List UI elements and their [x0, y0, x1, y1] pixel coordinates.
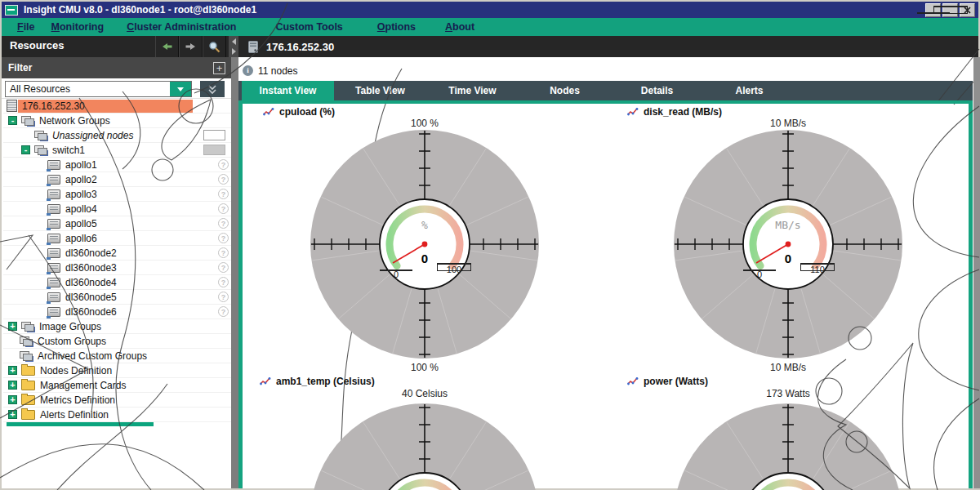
- expand-toggle[interactable]: +: [8, 410, 17, 419]
- tree-item-dl360node3[interactable]: dl360node3 ?: [3, 261, 233, 275]
- tree-item-label: Custom Groups: [38, 336, 106, 347]
- tree-item-image-groups[interactable]: + Image Groups: [3, 319, 233, 334]
- metric-chart-icon: [263, 107, 274, 117]
- metric-chart-icon: [260, 376, 271, 386]
- tree-item-label: dl360node3: [65, 262, 117, 274]
- content-frame-top: [238, 100, 973, 104]
- menu-about[interactable]: About: [438, 20, 482, 34]
- tree-item-label: dl360node5: [65, 292, 117, 303]
- collapse-left-icon: [232, 38, 236, 45]
- tree-item-label: Metrics Definition: [40, 394, 115, 406]
- gauge-dial: [309, 128, 541, 360]
- group-icon: [21, 322, 34, 332]
- tree-scrollbar-thumb[interactable]: [7, 422, 154, 426]
- tree-item-label: Management Cards: [40, 380, 126, 391]
- back-arrow-icon: [161, 41, 173, 52]
- tab-details[interactable]: Details: [611, 81, 703, 100]
- tree-item-label: dl360node2: [65, 247, 117, 259]
- expand-toggle[interactable]: +: [8, 395, 17, 404]
- node-icon: [47, 278, 60, 287]
- menu-cluster-administration[interactable]: Cluster Administration: [119, 20, 243, 34]
- nav-toolbar: [155, 36, 226, 57]
- node-icon: [47, 263, 60, 273]
- sidebar-scrollbar[interactable]: [231, 57, 238, 488]
- tree-item-dl360node4[interactable]: dl360node4 ?: [3, 275, 233, 290]
- tree-item-apollo4[interactable]: apollo4 ?: [3, 202, 233, 216]
- gauge-axis-max-top: 173 Watts: [731, 388, 845, 399]
- filter-selected-value: All Resources: [10, 83, 170, 95]
- tab-table-view[interactable]: Table View: [334, 81, 426, 100]
- tree-item-label: apollo3: [65, 189, 97, 200]
- expand-toggle[interactable]: +: [8, 322, 17, 331]
- menu-custom-tools[interactable]: Custom Tools: [268, 20, 350, 34]
- tree-item-label: switch1: [52, 145, 85, 156]
- forward-arrow-icon: [185, 41, 197, 52]
- tree-item-apollo5[interactable]: apollo5 ?: [3, 216, 233, 231]
- tree-item-archived-custom-groups[interactable]: Archived Custom Groups: [3, 349, 233, 363]
- tree-item-custom-groups[interactable]: Custom Groups: [3, 334, 233, 349]
- expand-toggle[interactable]: +: [8, 381, 17, 390]
- search-button[interactable]: [203, 36, 226, 57]
- gauge-scale-min: 0: [743, 270, 776, 271]
- resource-filter-select[interactable]: All Resources: [5, 81, 192, 97]
- group-icon: [21, 116, 34, 126]
- tree-item-switch1[interactable]: - switch1: [3, 143, 233, 158]
- tree-item-label: apollo1: [65, 159, 97, 171]
- expand-toggle[interactable]: +: [8, 366, 17, 375]
- titlebar: Insight CMU v8.0 - dl360node1 - root@dl3…: [2, 2, 978, 18]
- resources-panel-title: Resources: [10, 39, 64, 51]
- status-unknown-icon: ?: [218, 174, 229, 185]
- tree-item-label: Unassigned nodes: [52, 130, 133, 141]
- back-button[interactable]: [155, 36, 179, 57]
- tree-item-apollo3[interactable]: apollo3 ?: [3, 187, 233, 202]
- tree-item-apollo1[interactable]: apollo1 ?: [3, 158, 233, 172]
- gauge-power: [672, 402, 904, 490]
- collapse-toggle[interactable]: -: [21, 145, 30, 154]
- group-icon: [34, 131, 47, 140]
- tree-item-dl360node6[interactable]: dl360node6 ?: [3, 305, 233, 319]
- tree-item-dl360node5[interactable]: dl360node5 ?: [3, 290, 233, 305]
- chevron-down-icon: [177, 87, 184, 91]
- tab-nodes[interactable]: Nodes: [519, 81, 611, 100]
- node-count: 11 nodes: [258, 65, 298, 77]
- tree-item-management-cards[interactable]: + Management Cards: [3, 378, 233, 393]
- tree-item-unassigned-nodes[interactable]: Unassigned nodes: [3, 128, 233, 143]
- double-chevron-down-icon: [206, 83, 219, 96]
- status-unknown-icon: ?: [218, 159, 229, 170]
- tree-item-label: apollo2: [65, 174, 97, 185]
- tree-item-dl360node2[interactable]: dl360node2 ?: [3, 246, 233, 261]
- tree-item-apollo6[interactable]: apollo6 ?: [3, 231, 233, 246]
- tree-item-network-groups[interactable]: - Network Groups: [3, 114, 233, 128]
- panel-splitter[interactable]: [229, 36, 238, 57]
- maximize-icon: [933, 6, 968, 14]
- tree-item-host[interactable]: 176.16.252.30: [3, 99, 233, 114]
- filter-dropdown-button[interactable]: [170, 82, 191, 96]
- collapse-toggle[interactable]: -: [8, 116, 17, 125]
- tree-item-alerts-definition[interactable]: + Alerts Definition: [3, 408, 233, 422]
- collapse-all-button[interactable]: [200, 81, 225, 97]
- menu-monitoring[interactable]: Monitoring: [44, 20, 112, 34]
- tab-alerts[interactable]: Alerts: [703, 81, 795, 100]
- tree-item-metrics-definition[interactable]: + Metrics Definition: [3, 393, 233, 408]
- node-icon: [47, 248, 60, 258]
- resource-tree: 176.16.252.30 - Network Groups Unassigne…: [2, 99, 231, 427]
- gauge-unit: MB/s: [747, 219, 829, 231]
- add-filter-button[interactable]: +: [213, 62, 225, 74]
- menubar: File Monitoring Cluster Administration C…: [2, 18, 978, 36]
- main-scrollbar[interactable]: [973, 57, 980, 488]
- tab-time-view[interactable]: Time View: [426, 81, 519, 100]
- node-icon: [47, 292, 60, 302]
- gauge-amb1-temp: [309, 402, 541, 490]
- gauge-axis-max-top: 40 Celsius: [368, 388, 482, 399]
- tab-instant-view[interactable]: Instant View: [242, 81, 334, 100]
- content-frame-left: [238, 100, 243, 488]
- tree-item-nodes-definition[interactable]: + Nodes Definition: [3, 363, 233, 378]
- menu-options[interactable]: Options: [370, 20, 423, 34]
- forward-button[interactable]: [179, 36, 203, 57]
- gauge-title-label: cpuload (%): [279, 106, 335, 118]
- tree-item-apollo2[interactable]: apollo2 ?: [3, 172, 233, 187]
- collapse-right-icon: [232, 48, 236, 55]
- info-icon: i: [243, 65, 253, 76]
- maximize-button[interactable]: [942, 3, 958, 17]
- menu-file[interactable]: File: [10, 20, 42, 34]
